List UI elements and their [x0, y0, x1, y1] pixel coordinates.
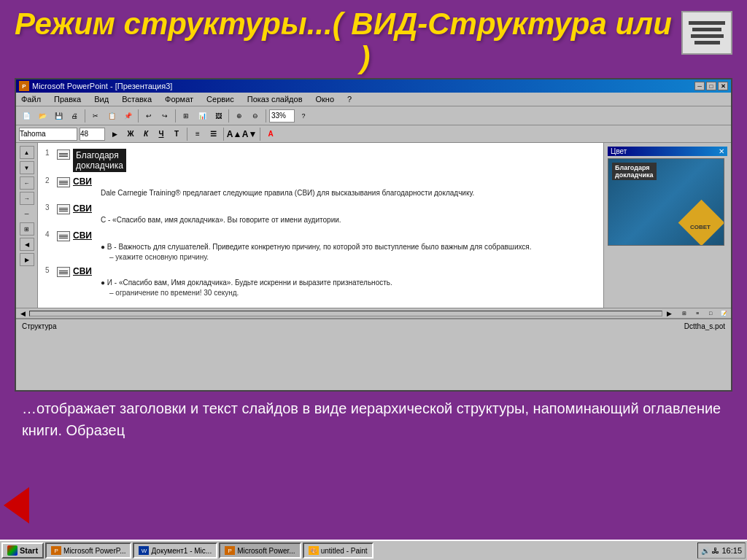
decrease-size-btn[interactable]: A▼	[243, 128, 256, 141]
tb-redo[interactable]: ↪	[158, 109, 172, 123]
toolbar-standard: 📄 📂 💾 🖨 ✂ 📋 📌 ↩ ↪ ⊞ 📊 🖼 ⊕ ⊖ ?	[16, 106, 731, 125]
tray-icon-2: 🖧	[712, 547, 719, 555]
sep7	[223, 128, 224, 141]
italic-button[interactable]: К	[139, 128, 152, 141]
outline-view-btn[interactable]: ≡	[692, 309, 703, 318]
ppt-app-icon: P	[19, 81, 29, 91]
sep5	[266, 109, 266, 122]
taskbar-paint-icon: 🎨	[309, 546, 319, 555]
menu-insert[interactable]: Вставка	[120, 94, 154, 104]
item-icon-1	[57, 149, 70, 160]
font-size-selector[interactable]	[80, 128, 105, 141]
icon-line4	[694, 41, 720, 44]
font-selector[interactable]	[19, 128, 77, 141]
menu-edit[interactable]: Правка	[52, 94, 83, 104]
normal-view-btn[interactable]: ⊞	[678, 309, 690, 318]
slide-view-btn[interactable]: □	[705, 309, 716, 318]
item-num-4: 4	[45, 230, 57, 238]
scroll-track[interactable]	[29, 311, 662, 316]
tb-help[interactable]: ?	[296, 109, 311, 123]
tb-copy[interactable]: 📋	[104, 109, 119, 123]
tb-paste[interactable]: 📌	[120, 109, 135, 123]
sep8	[260, 128, 260, 141]
maximize-button[interactable]: □	[706, 82, 716, 90]
sidebar-demote[interactable]: ▶	[20, 253, 34, 266]
taskbar-btn-4[interactable]: 🎨 untitled - Paint	[303, 542, 374, 559]
icon-line1	[689, 21, 725, 25]
tb-new[interactable]: 📄	[19, 109, 34, 123]
h-scrollbar-content: ◀ ▶ ⊞ ≡ □ 📝	[18, 309, 729, 318]
outline-item-5: 5 СВИ ● И - «Спасибо вам, Имя докладчика…	[45, 266, 596, 298]
sidebar-down[interactable]: ▼	[20, 161, 34, 174]
bold-button[interactable]: Ж	[124, 128, 137, 141]
sep6	[187, 128, 187, 141]
outline-area[interactable]: 1 Благодарядокладчика 2 СВИ	[38, 143, 603, 308]
slide-thumb-title: Благодарядокладчика	[612, 163, 657, 180]
sidebar-up[interactable]: ▲	[20, 146, 34, 159]
taskbar-btn-2-label: Документ1 - Mic...	[151, 547, 212, 555]
outline-icon	[681, 11, 732, 55]
item-icon-3	[57, 204, 70, 214]
menu-format[interactable]: Формат	[163, 94, 196, 104]
scroll-left[interactable]: ◀	[18, 309, 28, 318]
tb-insert-table[interactable]: ⊞	[179, 109, 193, 123]
tb-insert-chart[interactable]: 📊	[195, 109, 209, 123]
menu-help[interactable]: ?	[345, 94, 354, 104]
tb-save[interactable]: 💾	[51, 109, 66, 123]
menu-window[interactable]: Окно	[314, 94, 337, 104]
tb-print[interactable]: 🖨	[67, 109, 82, 123]
taskbar-btn-3-label: Microsoft Power...	[237, 547, 295, 555]
window-controls: ─ □ ✕	[694, 82, 728, 90]
minimize-button[interactable]: ─	[694, 82, 705, 90]
align-left-btn[interactable]: ≡	[191, 128, 204, 141]
taskbar-btn-2[interactable]: W Документ1 - Mic...	[133, 542, 217, 559]
tb-open[interactable]: 📂	[35, 109, 50, 123]
taskbar-btn-4-label: untitled - Paint	[321, 547, 368, 555]
subitem-5-1: ● И - «Спасибо вам, Имя докладчика». Буд…	[101, 278, 392, 287]
menu-bar: Файл Правка Вид Вставка Формат Сервис По…	[16, 93, 731, 106]
status-bar: Структура Dcttha_s.pot	[16, 318, 731, 332]
outline-item-3: 3 СВИ С - «Спасибо вам, имя докладчика».…	[45, 203, 596, 226]
menu-slideshow[interactable]: Показ слайдов	[245, 94, 305, 104]
item-num-2: 2	[45, 176, 57, 184]
item-3-content: СВИ С - «Спасибо вам, имя докладчика». В…	[73, 203, 341, 226]
tb-collapse[interactable]: ⊖	[248, 109, 263, 123]
item-title-4: СВИ	[73, 230, 92, 241]
preview-close-btn[interactable]: ✕	[719, 147, 724, 155]
system-time: 16:15	[721, 546, 742, 555]
tb-insert-clip[interactable]: 🖼	[211, 109, 225, 123]
increase-size-btn[interactable]: A▲	[228, 128, 241, 141]
taskbar-btn-3[interactable]: P Microsoft Power...	[219, 542, 301, 559]
menu-tools[interactable]: Сервис	[204, 94, 236, 104]
notes-view-btn[interactable]: 📝	[718, 309, 729, 318]
start-button[interactable]: Start	[1, 542, 44, 559]
preview-panel-title: Цвет	[611, 147, 627, 155]
taskbar-ppt-icon-2: P	[225, 546, 235, 555]
underline-button[interactable]: Ч	[155, 128, 168, 141]
sidebar-collapse[interactable]: ←	[20, 176, 34, 190]
align-center-btn[interactable]: ☰	[206, 128, 220, 141]
scroll-right[interactable]: ▶	[664, 309, 674, 318]
diamond-label: СОВЕТ	[686, 224, 715, 230]
zoom-input[interactable]	[269, 109, 295, 122]
tb-undo[interactable]: ↩	[142, 109, 156, 123]
menu-view[interactable]: Вид	[92, 94, 111, 104]
diamond-shape	[678, 200, 724, 246]
increase-font-btn[interactable]: ▶	[107, 127, 122, 141]
tray-icon-1: 🔊	[701, 547, 710, 555]
shadow-button[interactable]: Т	[170, 128, 183, 141]
taskbar-btn-1[interactable]: P Microsoft PowerP...	[45, 542, 131, 559]
subitem-3-1: С - «Спасибо вам, имя докладчика». Вы го…	[101, 215, 341, 225]
h-scrollbar[interactable]: ◀ ▶ ⊞ ≡ □ 📝	[16, 308, 731, 318]
menu-file[interactable]: Файл	[19, 94, 43, 104]
subitem-5-2: – ограничение по времени! 30 секунд.	[109, 289, 392, 297]
item-icon-4	[57, 231, 70, 241]
sidebar-promote[interactable]: ◀	[20, 238, 34, 251]
left-sidebar: ▲ ▼ ← → ─ ⊞ ◀ ▶	[16, 143, 38, 308]
tb-expand[interactable]: ⊕	[232, 109, 247, 123]
close-button[interactable]: ✕	[718, 82, 728, 90]
sidebar-expand[interactable]: →	[20, 192, 34, 205]
sidebar-all[interactable]: ⊞	[20, 222, 34, 236]
tb-cut[interactable]: ✂	[88, 109, 103, 123]
color-btn[interactable]: A	[264, 128, 277, 141]
